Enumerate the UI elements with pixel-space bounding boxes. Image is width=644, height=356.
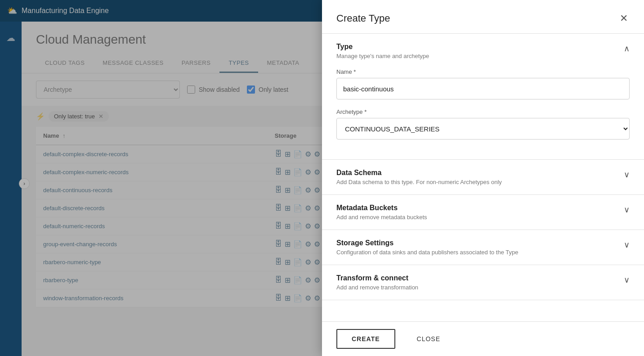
accordion-data-schema-header[interactable]: Data Schema Add Data schema to this type… — [322, 160, 644, 194]
name-label: Name * — [336, 68, 630, 75]
accordion-transform-connect-section: Transform & connect Add and remove trans… — [322, 265, 644, 300]
modal-title: Create Type — [336, 22, 390, 24]
name-field: Name * — [336, 68, 630, 99]
accordion-data-schema-section: Data Schema Add Data schema to this type… — [322, 160, 644, 195]
accordion-type-title: Type — [336, 43, 624, 51]
name-input[interactable] — [336, 78, 630, 99]
modal-footer: CREATE CLOSE — [322, 321, 644, 356]
accordion-transform-connect-title: Transform & connect — [336, 274, 624, 282]
accordion-data-schema-title: Data Schema — [336, 169, 624, 177]
archetype-label: Archetype * — [336, 108, 630, 115]
accordion-type-subtitle: Manage type's name and archetype — [336, 53, 624, 59]
accordion-type-section: Type Manage type's name and archetype ∧ … — [322, 34, 644, 160]
create-button[interactable]: CREATE — [336, 329, 395, 349]
accordion-storage-settings-section: Storage Settings Configuration of data s… — [322, 230, 644, 265]
accordion-storage-settings-title: Storage Settings — [336, 239, 624, 247]
accordion-metadata-buckets-title: Metadata Buckets — [336, 204, 624, 212]
accordion-transform-connect-chevron: ∨ — [624, 274, 630, 285]
accordion-type-header-left: Type Manage type's name and archetype — [336, 43, 624, 59]
type-section-content: Name * Archetype * CONTINUOUS_DATA_SERIE… — [322, 68, 644, 159]
accordion-metadata-buckets-chevron: ∨ — [624, 204, 630, 215]
modal-header: Create Type ✕ — [322, 22, 644, 34]
accordion-data-schema-left: Data Schema Add Data schema to this type… — [336, 169, 624, 185]
modal-close-x-button[interactable]: ✕ — [618, 22, 630, 26]
accordion-metadata-buckets-subtitle: Add and remove metadata buckets — [336, 214, 624, 221]
accordion-metadata-buckets-left: Metadata Buckets Add and remove metadata… — [336, 204, 624, 221]
accordion-transform-connect-header[interactable]: Transform & connect Add and remove trans… — [322, 265, 644, 300]
accordion-storage-settings-subtitle: Configuration of data sinks and data pub… — [336, 249, 624, 256]
accordion-metadata-buckets-header[interactable]: Metadata Buckets Add and remove metadata… — [322, 195, 644, 230]
accordion-data-schema-chevron: ∨ — [624, 169, 630, 180]
accordion-transform-connect-subtitle: Add and remove transformation — [336, 284, 624, 291]
accordion-type-header[interactable]: Type Manage type's name and archetype ∧ — [322, 34, 644, 68]
accordion-metadata-buckets-section: Metadata Buckets Add and remove metadata… — [322, 195, 644, 230]
archetype-field: Archetype * CONTINUOUS_DATA_SERIESDISCRE… — [336, 108, 630, 140]
accordion-type-chevron: ∧ — [624, 43, 630, 54]
modal-panel: Create Type ✕ Type Manage type's name an… — [322, 22, 644, 356]
app-container: ⛅ Manufacturing Data Engine ☁ › Cloud Ma… — [0, 0, 644, 356]
accordion-storage-settings-chevron: ∨ — [624, 239, 630, 250]
archetype-select-modal[interactable]: CONTINUOUS_DATA_SERIESDISCRETE_DATA_SERI… — [336, 118, 630, 140]
main-area: ☁ › Cloud Management CLOUD TAGS MESSAGE … — [0, 22, 644, 356]
modal-body: Type Manage type's name and archetype ∧ … — [322, 34, 644, 321]
close-button[interactable]: CLOSE — [402, 330, 455, 348]
accordion-data-schema-subtitle: Add Data schema to this type. For non-nu… — [336, 179, 624, 185]
accordion-transform-connect-left: Transform & connect Add and remove trans… — [336, 274, 624, 291]
accordion-storage-settings-header[interactable]: Storage Settings Configuration of data s… — [322, 230, 644, 265]
accordion-storage-settings-left: Storage Settings Configuration of data s… — [336, 239, 624, 256]
